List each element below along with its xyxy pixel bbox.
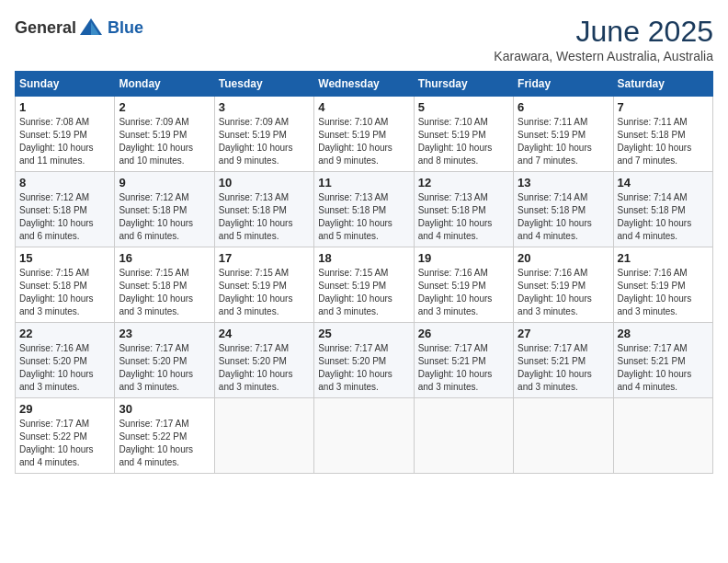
day-info: Sunrise: 7:13 AMSunset: 5:18 PMDaylight:… xyxy=(219,192,293,241)
day-info: Sunrise: 7:16 AMSunset: 5:19 PMDaylight:… xyxy=(518,268,592,316)
table-row: 11 Sunrise: 7:13 AMSunset: 5:18 PMDaylig… xyxy=(314,172,414,247)
day-number: 20 xyxy=(518,251,609,265)
table-row xyxy=(214,398,313,474)
day-info: Sunrise: 7:16 AMSunset: 5:20 PMDaylight:… xyxy=(19,343,94,392)
day-info: Sunrise: 7:15 AMSunset: 5:19 PMDaylight:… xyxy=(318,268,392,316)
day-number: 15 xyxy=(19,251,110,265)
day-number: 2 xyxy=(119,100,210,114)
table-row: 17 Sunrise: 7:15 AMSunset: 5:19 PMDaylig… xyxy=(214,247,313,323)
day-info: Sunrise: 7:17 AMSunset: 5:21 PMDaylight:… xyxy=(618,343,692,392)
logo: General Blue xyxy=(15,15,143,40)
day-info: Sunrise: 7:15 AMSunset: 5:19 PMDaylight:… xyxy=(219,268,293,316)
day-number: 29 xyxy=(19,402,110,416)
day-number: 27 xyxy=(518,327,609,340)
calendar-header-monday: Monday xyxy=(115,72,214,97)
day-number: 10 xyxy=(219,176,310,190)
day-number: 14 xyxy=(618,176,709,190)
table-row: 29 Sunrise: 7:17 AMSunset: 5:22 PMDaylig… xyxy=(16,398,115,474)
day-number: 18 xyxy=(318,251,409,265)
calendar-header-friday: Friday xyxy=(514,72,613,97)
location-subtitle: Karawara, Western Australia, Australia xyxy=(494,49,713,63)
day-number: 8 xyxy=(19,176,110,190)
table-row: 10 Sunrise: 7:13 AMSunset: 5:18 PMDaylig… xyxy=(214,172,313,247)
day-number: 3 xyxy=(219,100,310,114)
day-number: 16 xyxy=(119,251,210,265)
day-number: 4 xyxy=(318,100,409,114)
calendar-week-row: 1 Sunrise: 7:08 AMSunset: 5:19 PMDayligh… xyxy=(16,97,713,172)
title-block: June 2025 Karawara, Western Australia, A… xyxy=(494,15,713,63)
table-row: 15 Sunrise: 7:15 AMSunset: 5:18 PMDaylig… xyxy=(16,247,115,323)
table-row: 5 Sunrise: 7:10 AMSunset: 5:19 PMDayligh… xyxy=(414,97,513,172)
day-info: Sunrise: 7:17 AMSunset: 5:20 PMDaylight:… xyxy=(219,343,293,392)
table-row: 26 Sunrise: 7:17 AMSunset: 5:21 PMDaylig… xyxy=(414,323,513,398)
day-number: 23 xyxy=(119,327,210,340)
day-info: Sunrise: 7:17 AMSunset: 5:21 PMDaylight:… xyxy=(518,343,592,392)
table-row: 21 Sunrise: 7:16 AMSunset: 5:19 PMDaylig… xyxy=(613,247,712,323)
logo-text-general: General xyxy=(15,18,76,38)
table-row: 22 Sunrise: 7:16 AMSunset: 5:20 PMDaylig… xyxy=(16,323,115,398)
table-row: 6 Sunrise: 7:11 AMSunset: 5:19 PMDayligh… xyxy=(514,97,613,172)
day-number: 9 xyxy=(119,176,210,190)
day-info: Sunrise: 7:11 AMSunset: 5:18 PMDaylight:… xyxy=(618,117,692,166)
day-number: 12 xyxy=(418,176,509,190)
table-row xyxy=(414,398,513,474)
table-row: 9 Sunrise: 7:12 AMSunset: 5:18 PMDayligh… xyxy=(115,172,214,247)
table-row: 8 Sunrise: 7:12 AMSunset: 5:18 PMDayligh… xyxy=(16,172,115,247)
day-info: Sunrise: 7:13 AMSunset: 5:18 PMDaylight:… xyxy=(418,192,493,241)
calendar-week-row: 8 Sunrise: 7:12 AMSunset: 5:18 PMDayligh… xyxy=(16,172,713,247)
calendar-header-saturday: Saturday xyxy=(613,72,712,97)
day-number: 30 xyxy=(119,402,210,416)
table-row: 28 Sunrise: 7:17 AMSunset: 5:21 PMDaylig… xyxy=(613,323,712,398)
day-number: 22 xyxy=(19,327,110,340)
day-number: 24 xyxy=(219,327,310,340)
calendar-week-row: 22 Sunrise: 7:16 AMSunset: 5:20 PMDaylig… xyxy=(16,323,713,398)
day-number: 19 xyxy=(418,251,509,265)
day-info: Sunrise: 7:12 AMSunset: 5:18 PMDaylight:… xyxy=(119,192,193,241)
table-row: 24 Sunrise: 7:17 AMSunset: 5:20 PMDaylig… xyxy=(214,323,313,398)
day-info: Sunrise: 7:17 AMSunset: 5:21 PMDaylight:… xyxy=(418,343,493,392)
day-number: 6 xyxy=(518,100,609,114)
table-row xyxy=(514,398,613,474)
calendar-header-wednesday: Wednesday xyxy=(314,72,414,97)
table-row: 23 Sunrise: 7:17 AMSunset: 5:20 PMDaylig… xyxy=(115,323,214,398)
calendar-header-row: SundayMondayTuesdayWednesdayThursdayFrid… xyxy=(16,72,713,97)
table-row: 16 Sunrise: 7:15 AMSunset: 5:18 PMDaylig… xyxy=(115,247,214,323)
logo-text-blue: Blue xyxy=(108,18,143,38)
table-row: 12 Sunrise: 7:13 AMSunset: 5:18 PMDaylig… xyxy=(414,172,513,247)
day-info: Sunrise: 7:10 AMSunset: 5:19 PMDaylight:… xyxy=(318,117,392,166)
calendar-table: SundayMondayTuesdayWednesdayThursdayFrid… xyxy=(15,71,713,474)
table-row: 27 Sunrise: 7:17 AMSunset: 5:21 PMDaylig… xyxy=(514,323,613,398)
day-number: 1 xyxy=(19,100,110,114)
table-row: 13 Sunrise: 7:14 AMSunset: 5:18 PMDaylig… xyxy=(514,172,613,247)
day-info: Sunrise: 7:11 AMSunset: 5:19 PMDaylight:… xyxy=(518,117,592,166)
calendar-week-row: 29 Sunrise: 7:17 AMSunset: 5:22 PMDaylig… xyxy=(16,398,713,474)
table-row xyxy=(613,398,712,474)
day-number: 11 xyxy=(318,176,409,190)
day-info: Sunrise: 7:17 AMSunset: 5:20 PMDaylight:… xyxy=(318,343,392,392)
table-row: 19 Sunrise: 7:16 AMSunset: 5:19 PMDaylig… xyxy=(414,247,513,323)
table-row xyxy=(314,398,414,474)
logo-icon xyxy=(78,15,104,40)
day-number: 5 xyxy=(418,100,509,114)
table-row: 14 Sunrise: 7:14 AMSunset: 5:18 PMDaylig… xyxy=(613,172,712,247)
table-row: 1 Sunrise: 7:08 AMSunset: 5:19 PMDayligh… xyxy=(16,97,115,172)
day-info: Sunrise: 7:08 AMSunset: 5:19 PMDaylight:… xyxy=(19,117,94,166)
day-info: Sunrise: 7:12 AMSunset: 5:18 PMDaylight:… xyxy=(19,192,94,241)
day-info: Sunrise: 7:10 AMSunset: 5:19 PMDaylight:… xyxy=(418,117,493,166)
day-info: Sunrise: 7:09 AMSunset: 5:19 PMDaylight:… xyxy=(119,117,193,166)
table-row: 4 Sunrise: 7:10 AMSunset: 5:19 PMDayligh… xyxy=(314,97,414,172)
day-number: 7 xyxy=(618,100,709,114)
day-info: Sunrise: 7:15 AMSunset: 5:18 PMDaylight:… xyxy=(119,268,193,316)
table-row: 20 Sunrise: 7:16 AMSunset: 5:19 PMDaylig… xyxy=(514,247,613,323)
table-row: 25 Sunrise: 7:17 AMSunset: 5:20 PMDaylig… xyxy=(314,323,414,398)
day-info: Sunrise: 7:17 AMSunset: 5:20 PMDaylight:… xyxy=(119,343,193,392)
table-row: 7 Sunrise: 7:11 AMSunset: 5:18 PMDayligh… xyxy=(613,97,712,172)
day-info: Sunrise: 7:09 AMSunset: 5:19 PMDaylight:… xyxy=(219,117,293,166)
day-number: 25 xyxy=(318,327,409,340)
day-number: 21 xyxy=(618,251,709,265)
day-info: Sunrise: 7:14 AMSunset: 5:18 PMDaylight:… xyxy=(618,192,692,241)
day-info: Sunrise: 7:13 AMSunset: 5:18 PMDaylight:… xyxy=(318,192,392,241)
day-info: Sunrise: 7:17 AMSunset: 5:22 PMDaylight:… xyxy=(119,419,193,467)
day-info: Sunrise: 7:17 AMSunset: 5:22 PMDaylight:… xyxy=(19,419,94,467)
table-row: 18 Sunrise: 7:15 AMSunset: 5:19 PMDaylig… xyxy=(314,247,414,323)
